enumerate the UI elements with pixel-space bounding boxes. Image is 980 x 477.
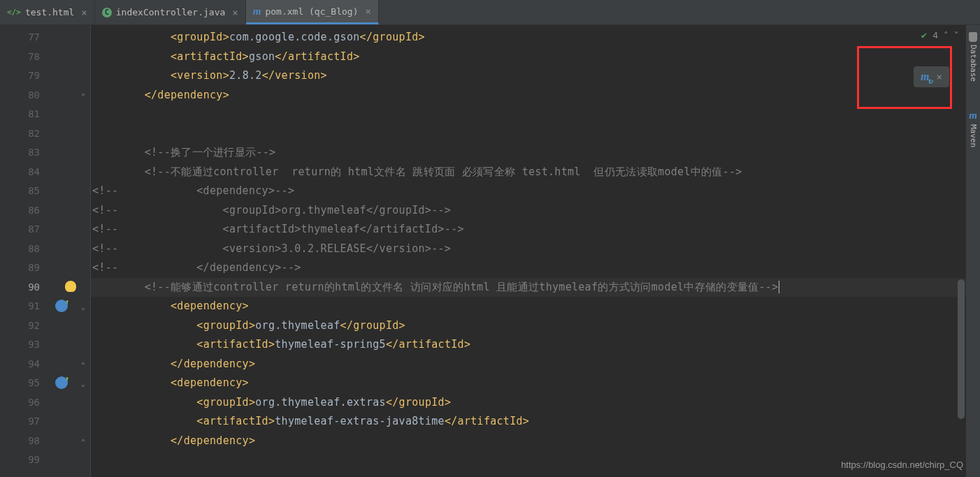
tool-label: Database (969, 45, 978, 82)
line-number[interactable]: 93 (0, 335, 52, 355)
html-icon: </> (7, 8, 21, 17)
fold-start-icon[interactable]: ⌄ (81, 380, 87, 386)
line-number[interactable]: 83 (0, 143, 52, 163)
line-number[interactable]: 87 (0, 220, 52, 240)
code-line[interactable]: <groupId>org.thymeleaf.extras</groupId> (91, 393, 980, 413)
gutter-row (52, 278, 90, 298)
code-line[interactable]: <artifactId>thymeleaf-spring5</artifactI… (91, 335, 980, 355)
line-number[interactable]: 96 (0, 393, 52, 413)
close-icon[interactable]: × (229, 7, 238, 18)
database-tool-button[interactable]: Database (969, 32, 978, 82)
code-line[interactable]: <artifactId>thymeleaf-extras-java8time</… (91, 412, 980, 432)
watermark: https://blog.csdn.net/chirp_CQ (841, 460, 963, 470)
gutter-row (52, 66, 90, 86)
maven-icon: m (969, 110, 977, 122)
tab-test-html[interactable]: </> test.html × (0, 0, 95, 24)
intention-bulb-icon[interactable] (65, 281, 76, 292)
gutter-row (52, 28, 90, 47)
tab-pom-xml[interactable]: m pom.xml (qc_Blog) × (246, 0, 379, 24)
java-icon: C (102, 8, 112, 17)
gutter-row: ⌄ (52, 374, 90, 393)
line-number[interactable]: 95 (0, 374, 52, 393)
gutter-row: ⌃ (52, 86, 90, 105)
line-number[interactable]: 84 (0, 163, 52, 182)
fold-end-icon[interactable]: ⌃ (81, 92, 87, 98)
line-number[interactable]: 82 (0, 124, 52, 144)
line-number[interactable]: 85 (0, 182, 52, 201)
tab-label: indexController.java (116, 7, 226, 17)
fold-start-icon[interactable]: ⌄ (81, 303, 87, 309)
close-icon[interactable]: × (937, 71, 942, 82)
gutter-row (52, 124, 90, 144)
chevron-down-icon[interactable]: ˅ (954, 30, 959, 41)
line-number[interactable]: 94 (0, 355, 52, 374)
gutter-row (52, 258, 90, 278)
code-line[interactable]: <version>2.8.2</version> (91, 66, 980, 86)
code-content[interactable]: <groupId>com.google.code.gson</groupId> … (91, 25, 980, 477)
code-line[interactable]: <!-- <groupId>org.thymeleaf</groupId>--> (91, 201, 980, 221)
code-line[interactable]: <groupId>org.thymeleaf</groupId> (91, 316, 980, 336)
gutter-row: ⌃ (52, 432, 90, 451)
gutter-icons: ⌃⌄⌃⌄⌃ (52, 25, 91, 477)
code-line[interactable]: <dependency> (91, 297, 980, 316)
gutter-row (52, 393, 90, 413)
close-icon[interactable]: × (362, 6, 370, 17)
suggestion-icon[interactable] (55, 376, 68, 389)
code-line[interactable] (91, 105, 980, 124)
line-number[interactable]: 97 (0, 412, 52, 432)
line-number[interactable]: 79 (0, 66, 52, 86)
gutter-row (52, 412, 90, 432)
code-line[interactable]: <dependency> (91, 374, 980, 393)
code-line[interactable]: <!--不能通过controller return的 html文件名 跳转页面 … (91, 163, 980, 182)
line-number[interactable]: 98 (0, 432, 52, 451)
problem-count: 4 (932, 30, 938, 41)
editor-tabs: </> test.html × C indexController.java ×… (0, 0, 980, 25)
line-number-gutter: 7778798081828384858687888990919293949596… (0, 25, 52, 477)
gutter-row (52, 316, 90, 336)
maven-reload-popup: m↻ × (914, 66, 949, 87)
gutter-row (52, 163, 90, 182)
code-line[interactable]: <!--换了一个进行显示--> (91, 143, 980, 163)
right-tool-strip: Database m Maven (966, 25, 980, 477)
line-number[interactable]: 88 (0, 240, 52, 259)
fold-end-icon[interactable]: ⌃ (81, 361, 87, 367)
line-number[interactable]: 89 (0, 258, 52, 278)
code-line[interactable]: </dependency> (91, 432, 980, 451)
maven-tool-button[interactable]: m Maven (969, 110, 978, 147)
close-icon[interactable]: × (78, 7, 87, 18)
line-number[interactable]: 86 (0, 201, 52, 221)
line-number[interactable]: 90 (0, 278, 52, 298)
line-number[interactable]: 91 (0, 297, 52, 316)
line-number[interactable]: 77 (0, 28, 52, 47)
code-line[interactable]: <!-- <version>3.0.2.RELEASE</version>--> (91, 240, 980, 259)
code-line[interactable]: <!-- <dependency>--> (91, 182, 980, 201)
code-line[interactable]: <!-- </dependency>--> (91, 258, 980, 278)
editor-area: 7778798081828384858687888990919293949596… (0, 25, 980, 477)
maven-reload-icon[interactable]: m↻ (921, 71, 929, 83)
code-line[interactable]: </dependency> (91, 86, 980, 105)
tab-index-controller[interactable]: C indexController.java × (95, 0, 246, 24)
inspection-status[interactable]: ✔ 4 ˄ ˅ (921, 29, 959, 41)
code-line[interactable]: <!-- <artifactId>thymeleaf</artifactId>-… (91, 220, 980, 240)
code-line[interactable] (91, 124, 980, 144)
gutter-row (52, 450, 90, 470)
line-number[interactable]: 99 (0, 450, 52, 470)
tab-label: pom.xml (qc_Blog) (265, 6, 358, 17)
gutter-row: ⌃ (52, 355, 90, 374)
gutter-row: ⌄ (52, 297, 90, 316)
code-line[interactable]: <artifactId>gson</artifactId> (91, 47, 980, 67)
line-number[interactable]: 78 (0, 47, 52, 67)
suggestion-icon[interactable] (55, 300, 68, 312)
code-line[interactable]: </dependency> (91, 355, 980, 374)
line-number[interactable]: 92 (0, 316, 52, 336)
line-number[interactable]: 80 (0, 86, 52, 105)
scrollbar-thumb[interactable] (958, 279, 965, 419)
tab-label: test.html (25, 7, 74, 17)
code-line[interactable]: <!--能够通过controller return的html的文件名 访问对应的… (91, 278, 980, 298)
chevron-up-icon[interactable]: ˄ (944, 30, 949, 41)
database-icon (969, 32, 977, 42)
code-line[interactable]: <groupId>com.google.code.gson</groupId> (91, 28, 980, 47)
maven-icon: m (253, 6, 261, 17)
line-number[interactable]: 81 (0, 105, 52, 124)
fold-end-icon[interactable]: ⌃ (81, 438, 87, 444)
